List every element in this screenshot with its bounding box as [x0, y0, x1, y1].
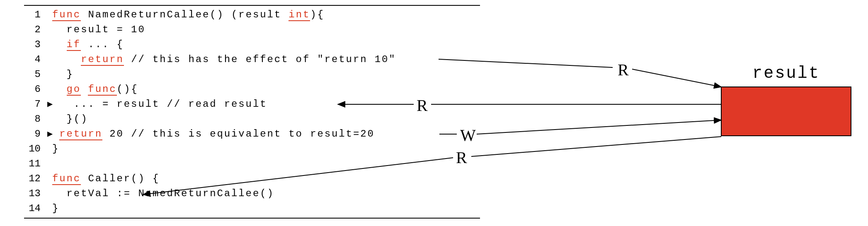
code-line-3: 3 if ... {	[24, 37, 480, 52]
code-line-5: 5 }	[24, 67, 480, 82]
svg-line-7	[471, 137, 721, 156]
line-number: 10	[24, 142, 41, 156]
line-number: 5	[24, 67, 41, 82]
edge-label-w: W	[460, 125, 476, 145]
rule-top	[24, 5, 480, 6]
code-text: }	[52, 142, 59, 156]
code-listing: 1func NamedReturnCallee() (result int){2…	[24, 5, 480, 219]
line-number: 3	[24, 37, 41, 52]
line-number: 11	[24, 156, 41, 171]
code-line-6: 6 go func(){	[24, 82, 480, 97]
svg-line-2	[632, 69, 721, 87]
code-text: if ... {	[52, 37, 124, 52]
line-number: 1	[24, 7, 41, 22]
line-number: 2	[24, 22, 41, 37]
code-line-13: 13 retVal := NamedReturnCallee()	[24, 186, 480, 201]
line-number: 13	[24, 186, 41, 201]
keyword: return	[59, 128, 102, 140]
code-text: result = 10	[52, 22, 145, 37]
code-line-1: 1func NamedReturnCallee() (result int){	[24, 7, 480, 22]
code-line-14: 14}	[24, 201, 480, 216]
code-text: return 20 // this is equivalent to resul…	[52, 127, 375, 142]
line-number: 4	[24, 52, 41, 67]
memory-box-result	[721, 87, 851, 136]
code-line-11: 11	[24, 156, 480, 171]
keyword: func	[52, 9, 81, 21]
keyword: return	[81, 54, 124, 66]
edge-w-line9-to-result	[439, 120, 721, 134]
code-text: ... = result // read result	[52, 97, 267, 112]
line-number: 12	[24, 171, 41, 186]
rule-bottom	[24, 218, 480, 219]
keyword: if	[67, 39, 81, 51]
memory-label: result	[752, 64, 820, 83]
keyword: func	[88, 84, 116, 96]
code-text: retVal := NamedReturnCallee()	[52, 186, 274, 201]
code-text: }()	[52, 112, 88, 127]
keyword: go	[67, 84, 81, 96]
code-text: func Caller() {	[52, 171, 160, 186]
code-block: 1func NamedReturnCallee() (result int){2…	[24, 7, 480, 216]
code-text: func NamedReturnCallee() (result int){	[52, 7, 325, 22]
edge-label-r3: R	[456, 148, 467, 167]
triangle-marker-icon: ▶	[41, 127, 52, 142]
edge-r1-line4-to-result	[439, 59, 721, 87]
keyword: func	[52, 173, 81, 185]
edge-label-r2: R	[417, 96, 428, 115]
line-number: 6	[24, 82, 41, 97]
line-number: 9	[24, 127, 41, 142]
code-line-7: 7 ▶ ... = result // read result	[24, 97, 480, 112]
edge-label-r1: R	[618, 60, 629, 79]
code-line-9: 9 ▶ return 20 // this is equivalent to r…	[24, 127, 480, 142]
code-text: return // this has the effect of "return…	[52, 52, 396, 67]
code-line-4: 4 return // this has the effect of "retu…	[24, 52, 480, 67]
line-number: 7	[24, 97, 41, 112]
keyword: int	[289, 9, 310, 21]
code-text: }	[52, 201, 59, 216]
line-number: 14	[24, 201, 41, 216]
code-line-8: 8 }()	[24, 112, 480, 127]
triangle-marker-icon: ▶	[41, 97, 52, 112]
code-line-2: 2 result = 10	[24, 22, 480, 37]
code-line-10: 10}	[24, 142, 480, 156]
code-text: }	[52, 67, 74, 82]
line-number: 8	[24, 112, 41, 127]
code-text: go func(){	[52, 82, 138, 97]
svg-line-6	[477, 120, 721, 134]
code-line-12: 12func Caller() {	[24, 171, 480, 186]
